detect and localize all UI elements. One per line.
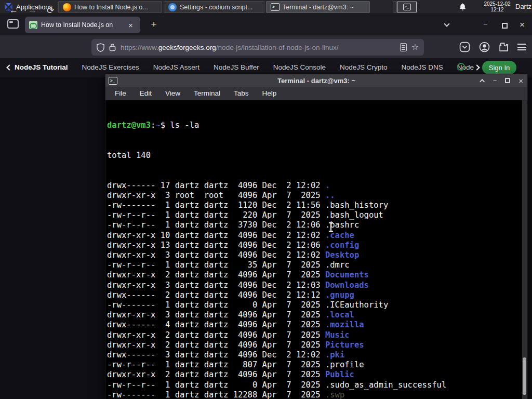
workspace-1[interactable] [393, 2, 397, 12]
file-name: .ICEauthority [325, 300, 388, 310]
reader-view-icon[interactable] [400, 43, 407, 51]
file-name: .config [325, 241, 359, 250]
terminal-output-line: drwxr-xr-x 3 dartz dartz 4096 Apr 7 2025… [107, 310, 527, 320]
search-icon[interactable] [457, 63, 465, 71]
menu-edit[interactable]: Edit [140, 89, 152, 97]
nav-back-link[interactable]: NodeJS Tutorial [0, 63, 68, 71]
panel-clock[interactable]: 2025-12-02 12:12 [482, 1, 512, 12]
file-name: .mozilla [325, 320, 364, 329]
terminal-maximize-button[interactable] [505, 78, 510, 83]
url-text[interactable]: https://www.geeksforgeeks.org/node-js/in… [121, 44, 395, 51]
taskbar-button-codium[interactable]: Settings - codium script... [164, 1, 264, 13]
file-name: .sudo_as_admin_successful [325, 380, 446, 390]
reload-button[interactable]: ⟳ [47, 5, 54, 16]
clock-date: 2025-12-02 [482, 1, 512, 7]
file-name: Downloads [325, 281, 369, 290]
file-name: .local [325, 310, 354, 320]
terminal-output-line: drwxr-xr-x 10 dartz dartz 4096 Dec 2 12:… [107, 231, 527, 241]
terminal-output-line: -rw------- 1 dartz dartz 0 Apr 7 2025 .I… [107, 300, 527, 310]
menu-file[interactable]: File [115, 89, 126, 97]
url-path: /node-js/installation-of-node-js-on-linu… [216, 44, 339, 51]
workspace-switcher[interactable]: >_ [393, 2, 417, 12]
prompt-tilde: ~ [155, 121, 160, 130]
file-name: .bash_logout [325, 210, 383, 220]
desktop: Applications How to Install Node.js o...… [0, 0, 532, 399]
prompt-user-host: dartz@vm3 [107, 121, 151, 130]
terminal-output-line: drwx------ 4 dartz dartz 4096 Apr 7 2025… [107, 320, 527, 330]
terminal-output-line: -rw------- 1 dartz dartz 12288 Apr 7 202… [107, 390, 527, 399]
file-name: Desktop [325, 250, 359, 260]
nav-link-dns[interactable]: NodeJS DNS [402, 63, 443, 71]
file-name: Public [325, 370, 354, 379]
terminal-scrollbar[interactable] [522, 100, 527, 399]
terminal-output-line: -rw-r--r-- 1 dartz dartz 0 Apr 7 2025 .s… [107, 380, 527, 390]
terminal-screen[interactable]: dartz@vm3:~$ ls -la total 140 drwx------… [105, 100, 527, 399]
nav-link-console[interactable]: NodeJS Console [273, 63, 326, 71]
sign-in-button[interactable]: Sign In [482, 61, 516, 74]
nav-link-assert[interactable]: NodeJS Assert [153, 63, 200, 71]
url-domain: geeksforgeeks.org [158, 44, 216, 51]
new-tab-button[interactable]: + [147, 18, 161, 31]
terminal-icon: >_ [271, 3, 280, 11]
nav-link-crypto[interactable]: NodeJS Crypto [340, 63, 388, 71]
terminal-prompt-line: dartz@vm3:~$ ls -la [107, 121, 527, 130]
lock-icon[interactable] [109, 43, 116, 51]
back-button[interactable]: ← [9, 5, 18, 16]
panel-user-label[interactable]: Dartz [515, 3, 531, 10]
terminal-close-button[interactable]: × [518, 77, 523, 85]
window-close-button[interactable]: × [520, 20, 525, 30]
terminal-output-line: drwx------ 17 dartz dartz 4096 Dec 2 12:… [107, 181, 527, 191]
terminal-output-line: drwx------ 2 dartz dartz 4096 Dec 2 12:1… [107, 290, 527, 300]
terminal-output-line: drwxr-xr-x 3 dartz dartz 4096 Dec 2 12:0… [107, 250, 527, 260]
forward-button[interactable]: → [28, 5, 37, 16]
terminal-output-line: -rw------- 1 dartz dartz 1120 Dec 2 11:5… [107, 201, 527, 210]
file-name: .bash_history [325, 201, 388, 210]
terminal-title-bar[interactable]: >_ Terminal - dartz@vm3: ~ [105, 74, 527, 87]
window-maximize-button[interactable] [502, 23, 508, 29]
file-name: Documents [325, 270, 369, 280]
terminal-output-line: -rw-r--r-- 1 dartz dartz 220 Apr 7 2025 … [107, 210, 527, 220]
extensions-puzzle-icon[interactable] [498, 42, 509, 52]
taskbar-button-firefox[interactable]: How to Install Node.js o... [58, 1, 162, 13]
account-icon[interactable] [479, 42, 490, 52]
pocket-save-icon[interactable] [459, 42, 470, 52]
menu-terminal[interactable]: Terminal [194, 89, 220, 97]
firefox-icon [63, 3, 71, 11]
terminal-output-line: drwxr-xr-x 2 dartz dartz 4096 Apr 7 2025… [107, 340, 527, 350]
url-bar[interactable]: https://www.geeksforgeeks.org/node-js/in… [91, 39, 424, 56]
terminal-output-line: drwxr-xr-x 2 dartz dartz 4096 Apr 7 2025… [107, 330, 527, 340]
taskbar-button-label: Settings - codium script... [180, 4, 252, 11]
nav-back-label: NodeJS Tutorial [15, 63, 68, 71]
terminal-output-line: drwxr-xr-x 2 dartz dartz 4096 Apr 7 2025… [107, 270, 527, 280]
firefox-view-icon[interactable] [7, 19, 19, 29]
taskbar-button-label: Terminal - dartz@vm3: ~ [283, 4, 354, 11]
workspace-2-active[interactable]: >_ [397, 2, 417, 12]
terminal-output-line: -rw-r--r-- 1 dartz dartz 807 Apr 7 2025 … [107, 360, 527, 370]
file-name: .pki [325, 350, 344, 360]
tracking-protection-shield-icon[interactable] [97, 43, 104, 52]
nav-link-buffer[interactable]: NodeJS Buffer [214, 63, 259, 71]
file-name: .. [325, 191, 335, 200]
menu-tabs[interactable]: Tabs [234, 89, 249, 97]
clock-time: 12:12 [482, 7, 512, 12]
bookmark-star-icon[interactable]: ☆ [411, 43, 419, 51]
taskbar-button-label: How to Install Node.js o... [74, 4, 148, 11]
menu-help[interactable]: Help [262, 89, 277, 97]
notification-bell-icon[interactable] [458, 3, 467, 11]
file-name: .swp [325, 390, 344, 399]
tab-close-icon[interactable]: × [127, 21, 135, 30]
file-name: .dmrc [325, 260, 350, 270]
app-menu-hamburger-icon[interactable] [517, 44, 526, 50]
window-minimize-button[interactable]: − [483, 20, 487, 28]
browser-tab-active[interactable]: How to Install Node.js on × [25, 17, 140, 33]
terminal-title: Terminal - dartz@vm3: ~ [105, 77, 527, 85]
taskbar-button-terminal[interactable]: >_ Terminal - dartz@vm3: ~ [266, 1, 370, 13]
menu-view[interactable]: View [165, 89, 180, 97]
geeksforgeeks-favicon [29, 21, 37, 29]
ibeam-mouse-cursor [328, 222, 334, 232]
nav-link-exercises[interactable]: NodeJS Exercises [82, 63, 139, 71]
terminal-minimize-button[interactable]: − [493, 77, 497, 84]
terminal-output-line: drwxr-xr-x 3 root root 4096 Apr 7 2025 .… [107, 191, 527, 201]
terminal-total-line: total 140 [107, 151, 527, 161]
terminal-scrollbar-thumb[interactable] [523, 357, 526, 395]
